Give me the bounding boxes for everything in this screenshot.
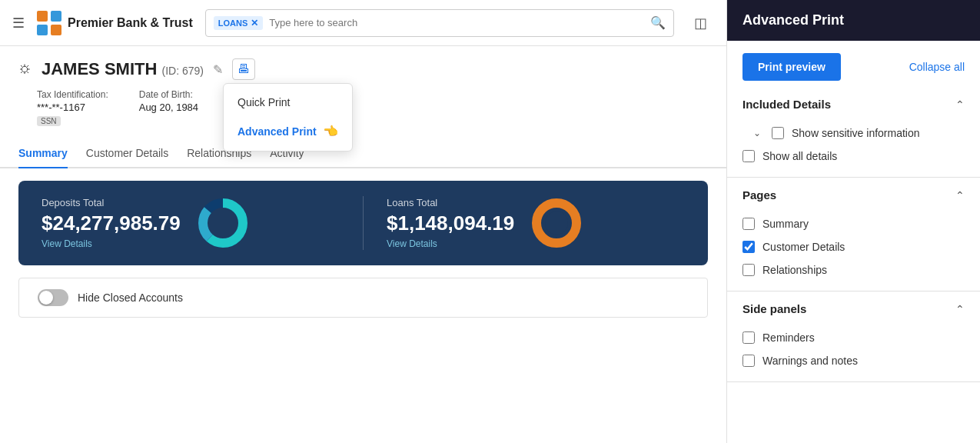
summary-page-checkbox[interactable] — [742, 218, 755, 230]
relationships-page-row: Relationships — [742, 258, 965, 281]
profile-id: (ID: 679) — [161, 65, 203, 77]
nav-icon-btn[interactable]: ◫ — [686, 9, 714, 37]
tabs-row: Summary Customer Details Relationships A… — [0, 139, 726, 168]
toggle-row: Hide Closed Accounts — [18, 278, 708, 318]
toggle-label: Hide Closed Accounts — [78, 291, 183, 304]
summary-page-label: Summary — [762, 218, 809, 230]
print-icon[interactable]: 🖶 — [232, 58, 255, 80]
show-sensitive-label: Show sensitive information — [792, 127, 920, 139]
tax-value: ***-**-1167 — [37, 102, 108, 113]
hamburger-icon[interactable]: ☰ — [12, 15, 25, 32]
show-sensitive-checkbox[interactable] — [772, 127, 784, 139]
print-preview-row: Print preview Collapse all — [742, 53, 965, 81]
print-preview-button[interactable]: Print preview — [742, 53, 841, 81]
tax-label: Tax Identification: — [37, 89, 108, 100]
customer-details-page-checkbox[interactable] — [742, 241, 755, 253]
collapse-all-link[interactable]: Collapse all — [909, 61, 965, 73]
show-sensitive-row: ⌄ Show sensitive information — [742, 122, 965, 145]
chevron-up-icon: ⌃ — [955, 98, 965, 111]
tab-summary[interactable]: Summary — [18, 139, 68, 168]
included-details-header[interactable]: Included Details ⌃ — [727, 87, 980, 122]
profile-name-row: ⛭ JAMES SMITH (ID: 679) ✎ 🖶 — [18, 58, 708, 80]
summary-page-row: Summary — [742, 212, 965, 235]
pages-header[interactable]: Pages ⌃ — [727, 178, 980, 212]
dob-label: Date of Birth: — [139, 89, 198, 100]
content-area: ⛭ JAMES SMITH (ID: 679) ✎ 🖶 Quick Print … — [0, 46, 726, 443]
side-panels-header[interactable]: Side panels ⌃ — [727, 291, 980, 326]
tax-group: Tax Identification: ***-**-1167 SSN — [37, 89, 108, 127]
deposits-link[interactable]: View Details — [42, 238, 181, 249]
chevron-up-pages-icon: ⌃ — [955, 189, 965, 202]
profile-details: Tax Identification: ***-**-1167 SSN Date… — [18, 89, 708, 139]
print-dropdown: Quick Print Advanced Print 👈 — [223, 83, 353, 152]
toggle-knob — [39, 291, 53, 305]
warnings-notes-label: Warnings and notes — [762, 355, 858, 367]
svg-rect-2 — [37, 25, 48, 35]
pages-content: Summary Customer Details Relationships — [727, 212, 980, 291]
cursor-icon: 👈 — [323, 124, 338, 138]
reminders-row: Reminders — [742, 326, 965, 349]
pages-section: Pages ⌃ Summary Customer Details Relatio… — [727, 178, 980, 291]
dob-value: Aug 20, 1984 — [139, 102, 198, 113]
loan-tag-close[interactable]: ✕ — [251, 18, 258, 28]
profile-header: ⛭ JAMES SMITH (ID: 679) ✎ 🖶 Quick Print … — [0, 46, 726, 139]
bookmark-icon[interactable]: ⛭ — [18, 62, 32, 78]
loan-tag-label: LOANS — [218, 18, 248, 28]
panel-header: Advanced Print — [727, 0, 980, 41]
relationships-page-label: Relationships — [762, 264, 827, 276]
right-panel: Advanced Print Print preview Collapse al… — [726, 0, 980, 443]
hide-closed-toggle[interactable] — [38, 289, 68, 306]
panel-title: Advanced Print — [742, 12, 844, 28]
customer-details-page-row: Customer Details — [742, 235, 965, 258]
profile-name: JAMES SMITH (ID: 679) — [42, 59, 204, 79]
dob-group: Date of Birth: Aug 20, 1984 — [139, 89, 198, 127]
chevron-up-side-icon: ⌃ — [955, 303, 965, 315]
loans-text: Loans Total $1,148,094.19 View Details — [387, 197, 514, 249]
reminders-label: Reminders — [762, 331, 815, 344]
side-panels-content: Reminders Warnings and notes — [727, 326, 980, 381]
show-all-details-label: Show all details — [762, 150, 837, 162]
loans-link[interactable]: View Details — [387, 238, 514, 249]
advanced-print-label: Advanced Print — [238, 125, 317, 138]
loans-section: Loans Total $1,148,094.19 View Details — [364, 196, 685, 250]
included-details-title: Included Details — [742, 98, 831, 111]
ssn-badge: SSN — [37, 116, 61, 126]
included-details-content: ⌄ Show sensitive information Show all de… — [727, 122, 980, 177]
advanced-print-item[interactable]: Advanced Print 👈 — [224, 116, 352, 146]
loans-value: $1,148,094.19 — [387, 212, 514, 235]
deposits-value: $24,277,985.79 — [42, 212, 181, 235]
svg-rect-3 — [51, 25, 61, 35]
tab-customer-details[interactable]: Customer Details — [86, 139, 168, 168]
deposits-text: Deposits Total $24,277,985.79 View Detai… — [42, 197, 181, 249]
side-panels-title: Side panels — [742, 302, 806, 315]
deposits-label: Deposits Total — [42, 197, 181, 208]
warnings-notes-checkbox[interactable] — [742, 355, 755, 367]
search-icon[interactable]: 🔍 — [650, 15, 666, 30]
svg-point-8 — [545, 212, 568, 235]
side-panels-section: Side panels ⌃ Reminders Warnings and not… — [727, 291, 980, 382]
quick-print-item[interactable]: Quick Print — [224, 88, 352, 116]
logo-area: Premier Bank & Trust — [37, 11, 193, 35]
search-bar: LOANS ✕ 🔍 — [205, 9, 674, 37]
stats-card: Deposits Total $24,277,985.79 View Detai… — [18, 181, 708, 265]
pages-title: Pages — [742, 188, 776, 202]
app-logo — [37, 11, 61, 35]
customer-details-page-label: Customer Details — [762, 241, 845, 253]
included-details-section: Included Details ⌃ ⌄ Show sensitive info… — [727, 87, 980, 178]
top-nav: ☰ Premier Bank & Trust LOANS ✕ 🔍 ◫ — [0, 0, 726, 46]
loans-label: Loans Total — [387, 197, 514, 208]
quick-print-label: Quick Print — [238, 96, 290, 108]
svg-rect-0 — [37, 11, 48, 22]
loans-chart — [530, 196, 583, 250]
reminders-checkbox[interactable] — [742, 331, 755, 344]
show-all-details-checkbox[interactable] — [742, 150, 755, 162]
deposits-chart — [196, 196, 250, 250]
edit-icon[interactable]: ✎ — [213, 62, 223, 77]
svg-rect-1 — [51, 11, 61, 22]
deposits-section: Deposits Total $24,277,985.79 View Detai… — [42, 196, 364, 250]
loan-tag: LOANS ✕ — [214, 16, 264, 30]
search-input[interactable] — [269, 17, 644, 28]
collapse-arrow-icon: ⌄ — [753, 128, 761, 138]
show-all-details-row: Show all details — [742, 145, 965, 168]
relationships-page-checkbox[interactable] — [742, 264, 755, 276]
